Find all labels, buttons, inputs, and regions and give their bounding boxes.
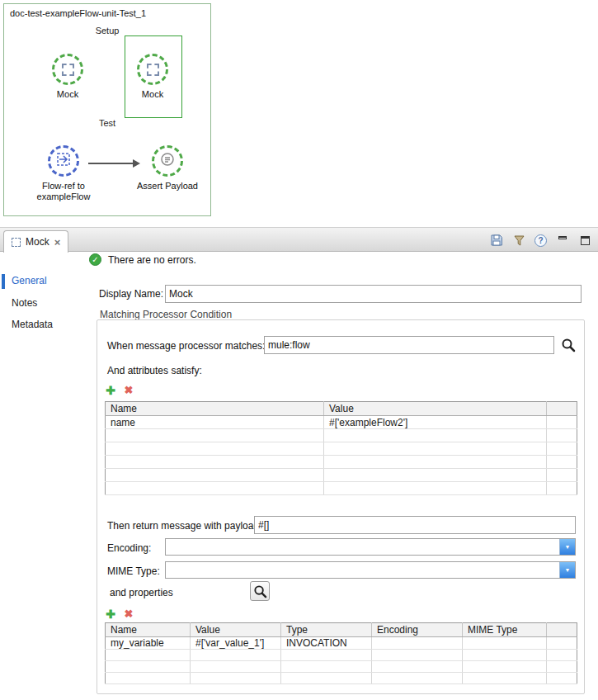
add-attribute-icon[interactable]: ✚ [104,384,117,397]
test-title: doc-test-exampleFlow-unit-Test_1 [10,8,146,18]
sidebar-item-general[interactable]: General [12,275,47,286]
assert-node-circle [152,145,183,177]
column-header-encoding: Encoding [372,623,463,637]
display-name-label: Display Name: [99,288,163,300]
sidebar-item-metadata[interactable]: Metadata [12,319,53,330]
display-name-input[interactable] [165,285,582,303]
matches-label: When message processor matches: [107,340,265,352]
flow-connector [88,163,134,164]
table-row[interactable] [106,661,577,673]
flow-ref-node[interactable]: Flow-ref to exampleFlow [31,145,97,202]
save-icon[interactable] [490,234,503,247]
delete-attribute-icon[interactable]: ✖ [122,384,135,397]
tab-toolbar: ? [490,234,591,247]
table-row[interactable] [106,469,577,482]
cell-value[interactable]: #['exampleFlow2'] [324,416,547,429]
properties-table: Name Value Type Encoding MIME Type my_va… [105,622,577,684]
mock-node-circle [137,54,168,85]
mock-node-label: Mock [126,89,179,100]
status-row: ✓ There are no errors. [89,253,196,266]
column-header-value: Value [324,402,547,416]
table-row[interactable] [106,429,577,442]
table-row[interactable] [106,650,577,661]
help-icon[interactable]: ? [534,234,547,247]
cell-name[interactable]: name [106,416,324,429]
chevron-down-icon[interactable]: ▼ [559,562,575,578]
table-row[interactable] [106,442,577,456]
column-header-empty [547,402,577,416]
column-header-mime: MIME Type [463,623,547,637]
mock-node-1[interactable]: Mock [41,54,94,100]
editor-tab-bar: Mock × ? [0,227,598,252]
attributes-label: And attributes satisfy: [107,365,202,376]
column-header-empty [547,623,577,637]
mime-type-select[interactable]: ▼ [165,561,576,579]
mock-tab-icon [12,238,21,247]
column-header-name: Name [106,402,324,416]
column-header-type: Type [281,623,372,637]
assert-payload-node[interactable]: Assert Payload [134,145,200,192]
cell-name[interactable]: my_variable [106,637,191,650]
payload-input[interactable] [254,516,576,534]
attributes-table: Name Value name #['exampleFlow2'] [105,401,577,495]
encoding-select[interactable]: ▼ [165,538,576,556]
assert-node-label: Assert Payload [134,181,200,192]
add-property-icon[interactable]: ✚ [104,608,117,621]
mock-node-label: Mock [41,89,94,100]
munit-test-container[interactable]: doc-test-exampleFlow-unit-Test_1 Setup M… [3,3,211,216]
properties-label: and properties [110,587,173,598]
chevron-down-icon[interactable]: ▼ [559,539,575,555]
flow-ref-node-circle [48,145,79,177]
test-section-label: Test [4,118,210,128]
cell-type[interactable]: INVOCATION [281,637,372,650]
payload-label: Then return message with payload: [107,520,261,532]
table-header-row: Name Value Type Encoding MIME Type [106,623,577,637]
setup-section-label: Setup [4,26,210,35]
table-row[interactable]: name #['exampleFlow2'] [106,416,577,429]
maximize-icon[interactable] [578,234,591,247]
cell-mime[interactable] [463,637,547,650]
filter-icon[interactable] [512,234,525,247]
flow-ref-icon [55,151,72,171]
table-row[interactable] [106,482,577,495]
mime-type-label: MIME Type: [107,565,160,577]
column-header-value: Value [191,623,281,637]
minimize-icon[interactable] [556,234,569,247]
cell-value[interactable]: #['var_value_1'] [191,637,281,650]
tab-label: Mock [26,236,49,248]
sidebar-selection-bar [2,274,5,289]
tab-close-icon[interactable]: × [54,238,61,247]
flow-ref-node-label: Flow-ref to exampleFlow [31,181,97,202]
table-row[interactable]: my_variable #['var_value_1'] INVOCATION [106,637,577,650]
column-header-name: Name [106,623,191,637]
mock-icon [62,64,74,76]
table-header-row: Name Value [106,402,577,416]
properties-panel: Mock × ? [0,227,598,700]
mock-node-circle [52,54,83,85]
cell-encoding[interactable] [372,637,463,650]
screen: doc-test-exampleFlow-unit-Test_1 Setup M… [0,0,598,700]
assert-payload-icon [159,151,176,171]
delete-property-icon[interactable]: ✖ [122,608,135,621]
table-row[interactable] [106,456,577,469]
mock-icon [147,64,159,76]
matches-input[interactable] [264,336,554,354]
sidebar-item-notes[interactable]: Notes [12,297,37,309]
mock-node-2[interactable]: Mock [126,54,179,100]
table-row[interactable] [106,673,577,684]
no-errors-check-icon: ✓ [89,253,101,266]
tab-mock[interactable]: Mock × [3,230,68,253]
group-title: Matching Processor Condition [98,309,233,320]
matches-search-icon[interactable] [559,336,577,354]
encoding-label: Encoding: [107,542,151,554]
properties-search-button[interactable] [250,581,270,601]
status-message: There are no errors. [108,254,196,266]
